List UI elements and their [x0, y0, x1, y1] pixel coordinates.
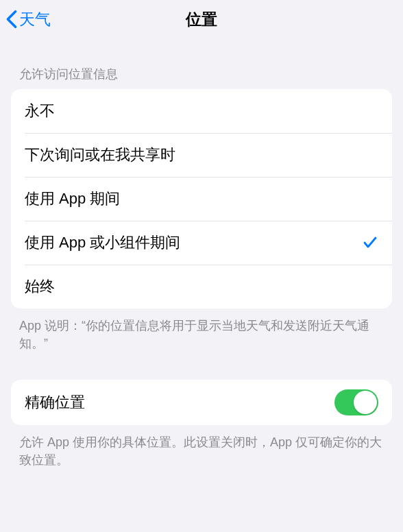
option-while-using-app[interactable]: 使用 App 期间	[11, 177, 392, 221]
precise-location-toggle[interactable]	[334, 389, 378, 415]
section-header-location-access: 允许访问位置信息	[0, 38, 403, 89]
back-label: 天气	[19, 9, 51, 30]
option-label: 始终	[25, 276, 55, 297]
switch-knob	[354, 391, 377, 414]
navigation-bar: 天气 位置	[0, 0, 403, 38]
precise-location-row: 精确位置	[11, 380, 392, 425]
option-label: 永不	[25, 101, 55, 121]
section-footer-app-explanation: App 说明：“你的位置信息将用于显示当地天气和发送附近天气通知。”	[0, 309, 403, 352]
option-never[interactable]: 永不	[11, 89, 392, 133]
option-while-using-app-or-widgets[interactable]: 使用 App 或小组件期间	[11, 221, 392, 265]
location-access-group: 永不 下次询问或在我共享时 使用 App 期间 使用 App 或小组件期间 始终	[11, 89, 392, 309]
chevron-left-icon	[5, 10, 18, 29]
option-ask-next-time[interactable]: 下次询问或在我共享时	[11, 133, 392, 177]
page-title: 位置	[186, 9, 217, 30]
back-button[interactable]: 天气	[5, 9, 51, 30]
precise-location-label: 精确位置	[25, 392, 85, 413]
option-label: 下次询问或在我共享时	[25, 145, 175, 165]
option-label: 使用 App 期间	[25, 189, 120, 209]
precise-location-group: 精确位置	[11, 380, 392, 425]
option-label: 使用 App 或小组件期间	[25, 232, 180, 253]
section-footer-precise-location: 允许 App 使用你的具体位置。此设置关闭时，App 仅可确定你的大致位置。	[0, 425, 403, 469]
checkmark-icon	[362, 234, 378, 251]
option-always[interactable]: 始终	[11, 265, 392, 309]
